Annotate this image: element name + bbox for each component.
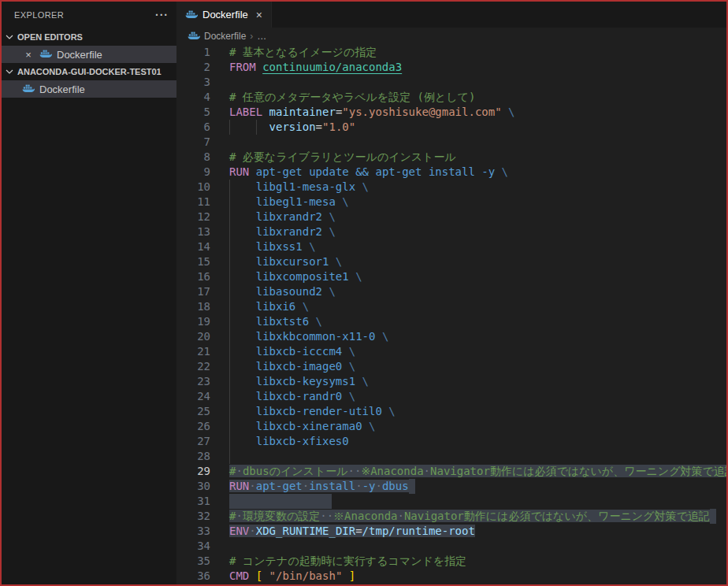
code-line[interactable]: 1# 基本となるイメージの指定 <box>176 45 726 60</box>
docker-whale-icon <box>188 30 200 43</box>
code-line[interactable]: 31 <box>176 494 726 509</box>
code-token: RUN <box>229 480 249 492</box>
code-line[interactable]: 22 libxcb-image0 \ <box>176 359 726 374</box>
line-number: 25 <box>176 404 210 419</box>
code-line[interactable]: 29#·dbusのインストール··※Anaconda·Navigator動作には… <box>176 464 726 479</box>
code-line[interactable]: 8# 必要なライブラリとツールのインストール <box>176 150 726 165</box>
code-line[interactable]: 11 libegl1-mesa \ <box>176 195 726 210</box>
line-content: ENV·XDG_RUNTIME_DIR=/tmp/runtime-root <box>229 524 726 539</box>
line-content: libxcb-xfixes0 <box>229 434 726 449</box>
line-number: 16 <box>176 269 210 284</box>
line-number: 24 <box>176 389 210 404</box>
code-line[interactable]: 27 libxcb-xfixes0 <box>176 434 726 449</box>
line-content <box>229 539 726 554</box>
line-number: 30 <box>176 479 210 494</box>
code-line[interactable]: 33ENV·XDG_RUNTIME_DIR=/tmp/runtime-root <box>176 524 726 539</box>
code-line[interactable]: 30RUN·apt-get·install·-y·dbus <box>176 479 726 494</box>
code-line[interactable]: 20 libxkbcommon-x11-0 \ <box>176 329 726 344</box>
code-token: libxcb-randr0 <box>229 390 349 402</box>
code-token: apt-get update && apt-get install -y <box>256 165 502 178</box>
code-line[interactable]: 25 libxcb-render-util0 \ <box>176 404 726 419</box>
code-line[interactable]: 16 libxcomposite1 \ <box>176 269 726 284</box>
code-line[interactable]: 36CMD [ "/bin/bash" ] <box>176 569 726 584</box>
code-token: ] <box>349 569 355 582</box>
code-line[interactable]: 7 <box>176 135 726 150</box>
code-line[interactable]: 17 libasound2 \ <box>176 284 726 299</box>
code-line[interactable]: 4# 任意のメタデータやラベルを設定 (例として) <box>176 90 726 105</box>
code-line[interactable]: 15 libxcursor1 \ <box>176 254 726 269</box>
code-token: libxrandr2 <box>229 210 329 223</box>
code-token: libxcursor1 <box>229 255 336 268</box>
code-token: libxcb-keysyms1 <box>229 375 362 388</box>
code-token: libgl1-mesa-glx <box>229 180 362 193</box>
line-number: 28 <box>176 449 210 464</box>
open-editor-item-dockerfile[interactable]: × Dockerfile <box>2 46 176 63</box>
explorer-more-actions-button[interactable]: ··· <box>155 9 169 21</box>
breadcrumb-file[interactable]: Dockerfile <box>204 31 246 42</box>
code-line[interactable]: 2FROM continuumio/anaconda3 <box>176 60 726 75</box>
line-content: LABEL maintainer="ys.yoshisuke@gmail.com… <box>229 105 726 120</box>
tree-item-label: Dockerfile <box>39 83 85 95</box>
code-line[interactable]: 9RUN apt-get update && apt-get install -… <box>176 165 726 180</box>
line-number: 2 <box>176 60 210 75</box>
code-token <box>342 569 348 582</box>
code-line[interactable]: 21 libxcb-icccm4 \ <box>176 344 726 359</box>
breadcrumb-more[interactable]: … <box>257 31 266 42</box>
code-line[interactable]: 34 <box>176 539 726 554</box>
tree-item-dockerfile[interactable]: Dockerfile <box>2 80 176 98</box>
line-number: 7 <box>176 135 210 150</box>
code-line[interactable]: 6 version="1.0" <box>176 120 726 135</box>
code-token: # コンテナの起動時に実行するコマンドを指定 <box>229 554 466 567</box>
explorer-sidebar: EXPLORER ··· OPEN EDITORS × Dockerfile A… <box>2 2 176 584</box>
code-line[interactable]: 26 libxcb-xinerama0 \ <box>176 419 726 434</box>
code-line[interactable]: 10 libgl1-mesa-glx \ <box>176 180 726 195</box>
line-content: libxtst6 \ <box>229 314 726 329</box>
line-content: version="1.0" <box>229 120 726 135</box>
code-token: libxkbcommon-x11-0 <box>229 330 382 343</box>
folder-section-header[interactable]: ANACONDA-GUI-DOCKER-TEST01 <box>2 63 176 80</box>
line-number: 3 <box>176 75 210 90</box>
code-line[interactable]: 12 libxrandr2 \ <box>176 210 726 224</box>
code-line[interactable]: 28 <box>176 449 726 464</box>
code-line[interactable]: 5LABEL maintainer="ys.yoshisuke@gmail.co… <box>176 105 726 120</box>
line-number: 6 <box>176 120 210 135</box>
code-line[interactable]: 13 libxrandr2 \ <box>176 224 726 239</box>
code-token <box>249 569 255 582</box>
explorer-title: EXPLORER <box>14 10 64 20</box>
code-line[interactable]: 18 libxi6 \ <box>176 299 726 314</box>
line-number: 36 <box>176 569 210 584</box>
code-token <box>262 106 269 118</box>
code-line[interactable]: 35# コンテナの起動時に実行するコマンドを指定 <box>176 554 726 569</box>
explorer-header: EXPLORER ··· <box>2 2 176 28</box>
line-content: # 基本となるイメージの指定 <box>229 45 726 60</box>
code-line[interactable]: 23 libxcb-keysyms1 \ <box>176 374 726 389</box>
tab-close-icon[interactable]: × <box>256 9 262 21</box>
code-token: \ <box>316 315 322 328</box>
line-content: libxcb-image0 \ <box>229 359 726 374</box>
code-line[interactable]: 14 libxss1 \ <box>176 239 726 254</box>
code-line[interactable]: 32#·環境変数の設定··※Anaconda·Navigator動作には必須では… <box>176 509 726 524</box>
code-token: \ <box>508 106 514 118</box>
vscode-window: EXPLORER ··· OPEN EDITORS × Dockerfile A… <box>0 0 728 586</box>
tab-dockerfile[interactable]: Dockerfile × <box>176 2 272 28</box>
line-number: 23 <box>176 374 210 389</box>
code-token: dbus <box>382 480 409 492</box>
code-token: XDG_RUNTIME_DIR <box>256 525 355 537</box>
code-token: \ <box>336 255 342 268</box>
code-area[interactable]: 1# 基本となるイメージの指定2FROM continuumio/anacond… <box>176 45 726 584</box>
code-line[interactable]: 3 <box>176 75 726 90</box>
code-line[interactable]: 19 libxtst6 \ <box>176 314 726 329</box>
code-token: ·· <box>348 465 362 477</box>
code-line[interactable]: 24 libxcb-randr0 \ <box>176 389 726 404</box>
line-content: libxcb-keysyms1 \ <box>229 374 726 389</box>
code-token: 環境変数の設定 <box>243 510 320 522</box>
line-content: libxrandr2 \ <box>229 224 726 239</box>
open-editors-section-header[interactable]: OPEN EDITORS <box>2 28 176 46</box>
close-icon[interactable]: × <box>22 49 35 61</box>
code-token: libasound2 <box>229 285 329 298</box>
line-content: libxcb-randr0 \ <box>229 389 726 404</box>
code-token: Navigator動作には必須ではないが、ワーニング対策で追記 <box>430 465 726 477</box>
code-token: \ <box>349 360 355 373</box>
line-content <box>229 449 726 464</box>
code-token: \ <box>303 300 309 313</box>
